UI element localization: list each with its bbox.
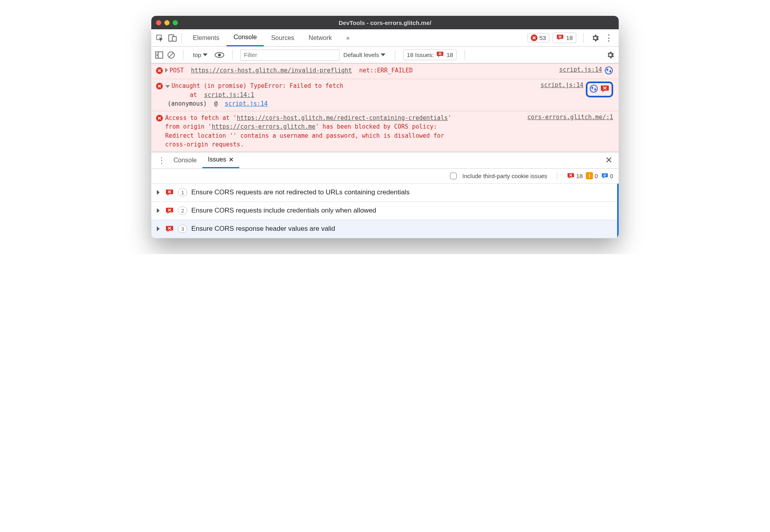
issues-list: 1 Ensure CORS requests are not redirecte… xyxy=(151,184,619,238)
console-error-row[interactable]: Uncaught (in promise) TypeError: Failed … xyxy=(151,79,619,111)
drawer-tab-issues-label: Issues xyxy=(208,156,226,163)
cors-url2[interactable]: https://cors-errors.glitch.me xyxy=(212,123,315,130)
inspect-icon[interactable] xyxy=(155,34,164,42)
source-link[interactable]: script.js:14 xyxy=(541,82,583,89)
errors-badge[interactable]: 53 xyxy=(527,33,550,42)
issue-row[interactable]: 2 Ensure CORS requests include credentia… xyxy=(151,202,617,220)
issue-icon xyxy=(165,188,174,196)
issue-icon xyxy=(436,51,444,59)
drawer-tab-console[interactable]: Console xyxy=(168,152,202,168)
errors-issue-count-value: 18 xyxy=(576,173,583,179)
minimize-window-button[interactable] xyxy=(164,20,170,25)
issues-shortcut-count: 18 xyxy=(446,51,453,58)
clear-console-icon[interactable] xyxy=(167,51,175,59)
log-levels-selector[interactable]: Default levels xyxy=(343,51,387,58)
issues-toolbar: Include third-party cookie issues 18 ! 0… xyxy=(151,169,619,184)
network-request-icon[interactable] xyxy=(604,66,613,76)
anon-link[interactable]: script.js:14 xyxy=(225,100,268,107)
source-link[interactable]: cors-errors.glitch.me/:1 xyxy=(527,114,613,121)
devtools-window: DevTools - cors-errors.glitch.me/ Elemen… xyxy=(151,16,619,238)
info-issue-count[interactable]: 0 xyxy=(601,172,613,179)
console-messages: POST https://cors-host.glitch.me/invalid… xyxy=(151,63,619,152)
issue-row[interactable]: 1 Ensure CORS requests are not redirecte… xyxy=(151,184,617,202)
info-issue-count-value: 0 xyxy=(610,173,613,179)
error-icon xyxy=(156,115,163,122)
error-icon xyxy=(156,83,163,89)
context-label: top xyxy=(193,51,201,58)
drawer-close-icon[interactable]: ✕ xyxy=(603,155,615,165)
anon-label: (anonymous) xyxy=(168,100,207,107)
stack-at: at xyxy=(190,91,197,99)
issues-shortcut-button[interactable]: 18 Issues: 18 xyxy=(403,49,457,60)
drawer-tab-issues[interactable]: Issues ✕ xyxy=(202,152,239,168)
errors-issue-count[interactable]: 18 xyxy=(567,172,583,179)
more-icon[interactable]: ⋮ xyxy=(603,33,615,43)
include-third-party-checkbox[interactable] xyxy=(450,173,457,179)
http-method: POST xyxy=(170,67,184,74)
include-third-party-label: Include third-party cookie issues xyxy=(462,173,547,179)
chevron-down-icon xyxy=(203,53,208,56)
cors-url1[interactable]: https://cors-host.glitch.me/redirect-con… xyxy=(237,114,448,122)
warnings-issue-count-value: 0 xyxy=(595,173,598,179)
issues-badge[interactable]: 18 xyxy=(553,32,576,43)
expand-arrow-icon[interactable] xyxy=(157,226,160,231)
drawer-menu-icon[interactable]: ⋮ xyxy=(155,156,168,165)
svg-point-6 xyxy=(218,53,221,56)
cors-text-pre: Access to fetch at ' xyxy=(165,114,237,122)
console-error-row[interactable]: POST https://cors-host.glitch.me/invalid… xyxy=(151,63,619,79)
panel-tabs: Elements Console Sources Network » xyxy=(186,29,357,46)
tab-elements[interactable]: Elements xyxy=(186,29,227,46)
issue-icon xyxy=(165,225,174,233)
expand-arrow-icon[interactable] xyxy=(157,208,160,213)
error-icon xyxy=(156,67,163,74)
svg-rect-10 xyxy=(603,176,605,177)
log-levels-label: Default levels xyxy=(343,51,379,58)
expand-arrow-icon[interactable] xyxy=(157,190,160,195)
svg-point-8 xyxy=(590,85,597,92)
svg-rect-9 xyxy=(603,175,606,175)
close-window-button[interactable] xyxy=(156,20,161,25)
console-error-row[interactable]: Access to fetch at 'https://cors-host.gl… xyxy=(151,111,619,152)
sidebar-toggle-icon[interactable] xyxy=(155,51,163,59)
collapse-arrow-icon[interactable] xyxy=(165,85,170,88)
tab-network[interactable]: Network xyxy=(301,29,339,46)
warnings-issue-count[interactable]: ! 0 xyxy=(586,172,598,179)
warning-icon: ! xyxy=(586,172,593,179)
device-toggle-icon[interactable] xyxy=(168,34,177,42)
issue-title: Ensure CORS requests are not redirected … xyxy=(191,188,410,196)
source-link[interactable]: script.js:14 xyxy=(559,66,602,73)
live-expression-icon[interactable] xyxy=(215,52,224,58)
zoom-window-button[interactable] xyxy=(173,20,178,25)
issue-title: Ensure CORS requests include credentials… xyxy=(191,207,376,215)
issue-icon xyxy=(556,34,564,42)
svg-rect-2 xyxy=(172,36,176,41)
highlighted-issue-icons xyxy=(586,82,613,97)
expand-arrow-icon[interactable] xyxy=(165,68,168,72)
error-code: net::ERR_FAILED xyxy=(359,67,413,74)
drawer-header: ⋮ Console Issues ✕ ✕ xyxy=(151,152,619,169)
filter-input[interactable] xyxy=(240,49,339,61)
title-bar: DevTools - cors-errors.glitch.me/ xyxy=(151,16,619,29)
issue-count-badge: 2 xyxy=(178,207,187,215)
tab-sources[interactable]: Sources xyxy=(264,29,301,46)
anon-at: @ xyxy=(214,100,217,107)
settings-icon[interactable] xyxy=(591,34,600,42)
console-settings-icon[interactable] xyxy=(606,51,615,59)
issue-count-badge: 3 xyxy=(178,225,187,233)
errors-count: 53 xyxy=(539,34,546,41)
request-url[interactable]: https://cors-host.glitch.me/invalid-pref… xyxy=(191,67,352,74)
close-tab-icon[interactable]: ✕ xyxy=(229,156,234,163)
network-request-icon[interactable] xyxy=(589,84,598,95)
main-toolbar: Elements Console Sources Network » 53 xyxy=(151,29,619,47)
issue-row[interactable]: 3 Ensure CORS response header values are… xyxy=(151,220,617,238)
context-selector[interactable]: top xyxy=(191,50,211,59)
window-title: DevTools - cors-errors.glitch.me/ xyxy=(339,19,431,26)
issue-count-badge: 1 xyxy=(178,188,187,196)
issue-icon[interactable] xyxy=(600,84,610,95)
tabs-overflow-button[interactable]: » xyxy=(339,29,357,46)
issues-count: 18 xyxy=(566,34,573,41)
stack-link[interactable]: script.js:14:1 xyxy=(204,91,254,99)
tab-console[interactable]: Console xyxy=(227,29,264,46)
issue-count-badges: 18 ! 0 0 xyxy=(567,172,613,179)
issue-icon xyxy=(165,207,174,215)
